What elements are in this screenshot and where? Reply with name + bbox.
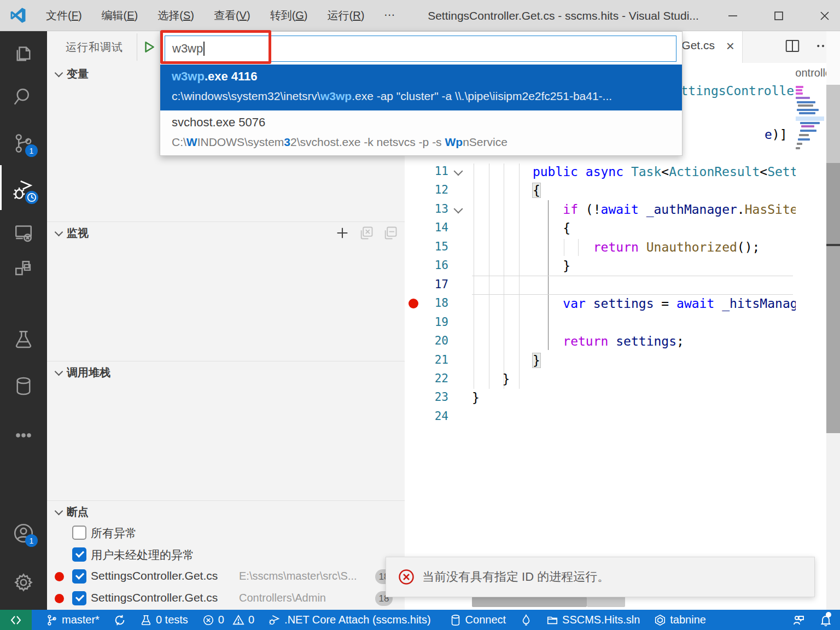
menu-item[interactable]: 文件(F)	[36, 5, 92, 26]
title-bar: 文件(F)编辑(E)选择(S)查看(V)转到(G)运行(R)⋯ Settings…	[0, 0, 840, 31]
debug-session-clock-badge	[24, 190, 39, 205]
tests-item[interactable]: 0 tests	[140, 614, 188, 626]
line-number[interactable]: 21	[409, 353, 448, 366]
solution-label: SSCMS.Hits.sln	[562, 614, 640, 626]
debug-config-item[interactable]: .NET Core Attach (sscms.hits)	[269, 614, 430, 626]
branch-icon	[46, 614, 58, 626]
errors-count: 0	[218, 614, 224, 626]
all-exceptions-label: 所有异常	[91, 526, 137, 541]
vscode-logo-icon	[9, 6, 27, 25]
fold-chevron-icon[interactable]	[454, 205, 463, 214]
user-unhandled-row[interactable]: 用户未经处理的异常	[47, 544, 405, 566]
breakpoint-row[interactable]: SettingsController.Get.csE:\sscms\master…	[47, 566, 405, 588]
branch-name: master*	[62, 614, 100, 626]
watch-label: 监视	[67, 226, 89, 241]
minimap-code-bar	[801, 125, 814, 127]
breakpoint-row[interactable]: SettingsController.Get.csControllers\Adm…	[47, 588, 405, 610]
line-number[interactable]: 12	[409, 183, 448, 196]
menu-item[interactable]: 运行(R)	[318, 5, 375, 26]
settings-gear-icon[interactable]	[0, 568, 47, 597]
error-icon	[398, 569, 415, 585]
horizontal-scrollbar[interactable]	[587, 597, 625, 607]
line-number[interactable]: 15	[409, 240, 448, 253]
all-exceptions-checkbox[interactable]	[72, 526, 86, 540]
connect-item[interactable]: Connect	[450, 614, 506, 626]
minimap-code-bar	[797, 109, 819, 111]
test-beaker-icon[interactable]	[0, 325, 47, 353]
line-number[interactable]: 22	[409, 372, 448, 385]
search-icon[interactable]	[0, 83, 47, 111]
line-number[interactable]: 19	[409, 316, 448, 329]
breakpoint-path: E:\sscms\master\src\S...	[239, 570, 357, 582]
collapse-all-icon[interactable]	[383, 225, 398, 241]
breakpoint-checkbox[interactable]	[72, 569, 86, 584]
breakpoint-checkbox[interactable]	[72, 591, 86, 605]
account-icon[interactable]: 1	[0, 519, 47, 547]
all-exceptions-row[interactable]: 所有异常	[47, 522, 405, 544]
breakpoint-dot-icon[interactable]	[409, 299, 418, 308]
extensions-icon[interactable]	[0, 255, 47, 283]
add-watch-icon[interactable]	[335, 225, 350, 241]
line-number[interactable]: 13	[409, 202, 448, 215]
current-line-highlight	[472, 276, 793, 295]
remote-explorer-icon[interactable]	[0, 219, 47, 247]
minimap-code-bar	[796, 147, 800, 149]
fold-chevron-icon[interactable]	[454, 167, 463, 176]
sidebar-title: 运行和调试	[66, 40, 123, 55]
start-debug-button[interactable]	[137, 33, 161, 61]
tab-close-icon[interactable]: ×	[726, 38, 734, 55]
line-number[interactable]: 24	[409, 410, 448, 423]
minimap-code-bar	[798, 138, 810, 141]
notifications-item[interactable]	[819, 614, 832, 627]
sync-item[interactable]	[114, 614, 126, 626]
status-bar: master* 0 tests 0 0 .NET Core Attach (ss…	[0, 610, 840, 630]
menu-item[interactable]: ⋯	[374, 5, 405, 26]
maximize-button[interactable]	[763, 0, 795, 31]
minimize-button[interactable]	[717, 0, 749, 31]
line-number[interactable]: 11	[409, 165, 448, 178]
menu-item[interactable]: 转到(G)	[260, 5, 318, 26]
problems-item[interactable]: 0 0	[202, 614, 254, 626]
flame-icon	[520, 614, 532, 626]
git-branch-item[interactable]: master*	[46, 614, 100, 626]
line-number[interactable]: 14	[409, 221, 448, 234]
call-stack-section-header[interactable]: 调用堆栈	[47, 361, 405, 383]
breakpoint-path: Controllers\Admin	[239, 592, 326, 604]
code-line: }	[472, 388, 480, 407]
explorer-icon[interactable]	[0, 40, 47, 68]
code-line: return Unauthorized();	[593, 238, 760, 256]
flame-item[interactable]	[520, 614, 532, 626]
code-line: if (!await _authManager.HasSite	[563, 200, 796, 219]
menu-item[interactable]: 查看(V)	[204, 5, 260, 26]
split-editor-icon[interactable]	[784, 38, 801, 54]
minimap[interactable]	[796, 86, 824, 250]
menu-item[interactable]: 编辑(E)	[92, 5, 148, 26]
line-number[interactable]: 23	[409, 390, 448, 404]
source-control-icon[interactable]: 1	[0, 129, 47, 158]
line-number[interactable]: 20	[409, 334, 448, 347]
process-item-svchost[interactable]: svchost.exe 5076 C:\WINDOWS\system32\svc…	[160, 110, 682, 156]
process-item-w3wp[interactable]: w3wp.exe 4116 c:\windows\system32\inetsr…	[160, 65, 682, 110]
more-views-icon[interactable]	[0, 421, 47, 450]
window-scrollbar[interactable]	[826, 31, 840, 610]
code-line: public async Task<ActionResult<Sett	[533, 162, 796, 181]
close-button[interactable]	[809, 0, 840, 31]
horizontal-scrollbar-thumb[interactable]	[472, 597, 587, 607]
line-number[interactable]: 16	[409, 259, 448, 272]
solution-item[interactable]: SSCMS.Hits.sln	[546, 614, 640, 626]
watch-section-header[interactable]: 监视	[47, 221, 405, 243]
activity-bar: 1 1	[0, 31, 47, 610]
code-line: }	[533, 351, 540, 370]
database-icon[interactable]	[0, 372, 47, 400]
line-number[interactable]: 17	[409, 278, 448, 291]
breakpoints-section-header[interactable]: 断点	[47, 500, 405, 522]
run-and-debug-icon[interactable]	[0, 176, 47, 204]
tabnine-item[interactable]: tabnine	[654, 614, 706, 626]
remote-indicator[interactable]	[0, 610, 32, 630]
user-unhandled-checkbox[interactable]	[72, 547, 86, 562]
code-line: {	[563, 219, 570, 237]
error-notification-toast[interactable]: 当前没有具有指定 ID 的进程运行。	[386, 557, 815, 597]
menu-item[interactable]: 选择(S)	[148, 5, 204, 26]
feedback-item[interactable]	[792, 614, 805, 627]
remove-all-watch-icon[interactable]	[359, 225, 374, 241]
